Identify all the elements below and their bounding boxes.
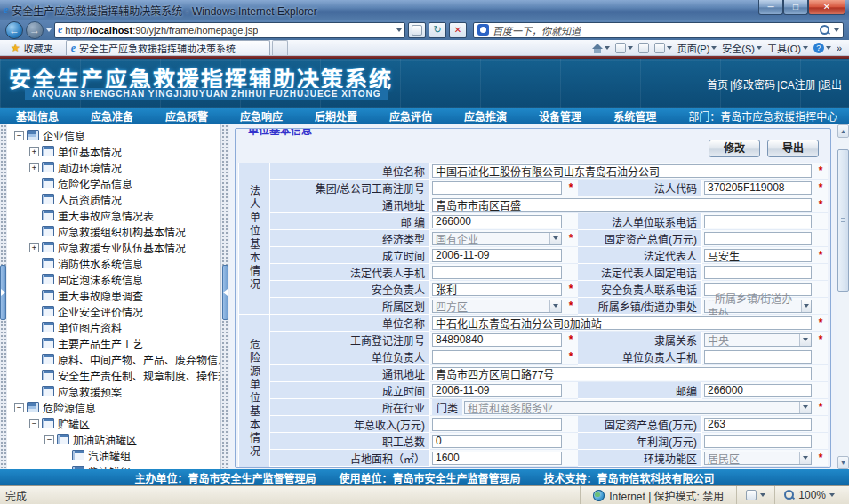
- tree-item[interactable]: 企业安全评价情况: [7, 303, 220, 319]
- minimize-button[interactable]: ─: [758, 0, 783, 15]
- menu-item-应急预警[interactable]: 应急预警: [149, 108, 224, 124]
- privacy-button[interactable]: [736, 486, 774, 504]
- tree-item[interactable]: −危险源信息: [7, 399, 220, 415]
- text-input[interactable]: [432, 181, 562, 195]
- select-input[interactable]: 四方区: [432, 300, 562, 313]
- tree-item[interactable]: 主要产品生产工艺: [7, 335, 220, 351]
- select-input[interactable]: 租赁和商务服务业: [464, 401, 812, 414]
- select-arrow-icon[interactable]: [799, 452, 811, 464]
- text-input[interactable]: [704, 266, 812, 279]
- text-input[interactable]: [432, 418, 562, 431]
- text-input[interactable]: [704, 384, 812, 397]
- menu-item-后期处置[interactable]: 后期处置: [299, 108, 373, 124]
- sidebar-splitter[interactable]: [220, 124, 229, 469]
- print-button[interactable]: [654, 43, 672, 53]
- text-input[interactable]: [432, 215, 562, 228]
- top-link[interactable]: |修改密码: [730, 79, 775, 92]
- scroll-down-button[interactable]: ▼: [837, 456, 849, 469]
- tree-item[interactable]: −企业信息: [7, 127, 220, 143]
- text-input[interactable]: [704, 232, 812, 245]
- tree-item[interactable]: +周边环境情况: [7, 159, 220, 175]
- tree-item[interactable]: 原料、中间产物、产品、废弃物信息: [7, 351, 220, 367]
- menu-item-设备管理[interactable]: 设备管理: [523, 108, 597, 124]
- tree-expand-toggle[interactable]: +: [29, 147, 39, 156]
- tree-item[interactable]: 重大事故隐患调查: [7, 287, 220, 303]
- tree-item[interactable]: −贮罐区: [7, 415, 220, 431]
- mail-button[interactable]: [638, 43, 649, 53]
- select-input[interactable]: 居民区: [704, 452, 812, 465]
- tab-active[interactable]: e 安全生产应急救援指挥辅助决策系统: [66, 40, 270, 55]
- history-dropdown-icon[interactable]: [46, 28, 52, 32]
- favorites-button[interactable]: ★ 收藏夹: [4, 40, 60, 55]
- tree-expand-toggle[interactable]: −: [14, 131, 24, 140]
- tree-expand-toggle[interactable]: −: [29, 419, 39, 428]
- tools-menu-button[interactable]: 工具(O): [767, 41, 808, 55]
- tree-item[interactable]: 柴油罐组: [7, 463, 220, 469]
- tree-item[interactable]: −加油站油罐区: [7, 431, 220, 447]
- select-arrow-icon[interactable]: [549, 233, 561, 244]
- safety-menu-button[interactable]: 安全(S): [722, 41, 762, 55]
- sidebar-collapse-handle-left[interactable]: [0, 265, 6, 320]
- refresh-button[interactable]: ↻: [429, 22, 446, 38]
- forward-button[interactable]: →: [26, 21, 44, 39]
- menu-item-应急推演[interactable]: 应急推演: [448, 108, 523, 124]
- select-input[interactable]: 中央: [704, 333, 812, 347]
- text-input[interactable]: [704, 418, 812, 431]
- maximize-button[interactable]: □: [783, 0, 808, 15]
- text-input[interactable]: [432, 384, 562, 397]
- text-input[interactable]: [432, 452, 562, 465]
- text-input[interactable]: [432, 333, 562, 347]
- page-menu-button[interactable]: 页面(P): [677, 41, 717, 55]
- overflow-chevron-icon[interactable]: »: [837, 43, 842, 53]
- text-input[interactable]: [432, 350, 562, 364]
- text-input[interactable]: [432, 249, 562, 262]
- tree-item[interactable]: 人员资质情况: [7, 191, 220, 207]
- close-button[interactable]: ✕: [808, 0, 845, 15]
- sidebar-collapse-handle[interactable]: [222, 265, 228, 320]
- tree-item[interactable]: 安全生产责任制、规章制度、操作规程信息: [7, 367, 220, 383]
- main-scrollbar[interactable]: ▲ ▼: [837, 124, 849, 469]
- compatibility-view-button[interactable]: [408, 22, 426, 38]
- search-input[interactable]: 百度一下，你就知道: [473, 22, 844, 38]
- feeds-button[interactable]: [615, 43, 633, 53]
- select-input[interactable]: 国有企业: [432, 232, 562, 245]
- new-tab-button[interactable]: [272, 40, 288, 55]
- text-input[interactable]: [704, 435, 812, 448]
- address-input[interactable]: e http://localhost:90/yjzh/frame/homepag…: [54, 22, 405, 38]
- select-input[interactable]: --所属乡镇/街道办事处--: [704, 300, 812, 313]
- stop-button[interactable]: ✕: [449, 22, 467, 38]
- search-dropdown-icon[interactable]: [834, 28, 839, 32]
- modify-button[interactable]: 修改: [709, 140, 760, 157]
- text-input[interactable]: [704, 249, 812, 262]
- tree-expand-toggle[interactable]: +: [29, 163, 39, 172]
- back-button[interactable]: ←: [5, 21, 23, 39]
- select-arrow-icon[interactable]: [549, 300, 561, 312]
- text-input[interactable]: [432, 316, 812, 330]
- select-arrow-icon[interactable]: [801, 300, 811, 312]
- select-arrow-icon[interactable]: [799, 334, 811, 346]
- text-input[interactable]: [432, 435, 562, 448]
- text-input[interactable]: [432, 164, 812, 178]
- address-dropdown-icon[interactable]: [396, 28, 402, 32]
- tree-item[interactable]: 消防供水系统信息: [7, 255, 220, 271]
- tree-expand-toggle[interactable]: −: [14, 403, 24, 412]
- tree-item[interactable]: 应急救援预案: [7, 383, 220, 399]
- text-input[interactable]: [704, 215, 812, 228]
- menu-item-应急响应[interactable]: 应急响应: [224, 108, 299, 124]
- tree-item[interactable]: 汽油罐组: [7, 447, 220, 463]
- tree-item[interactable]: +单位基本情况: [7, 143, 220, 159]
- tree-item[interactable]: 固定泡沫系统信息: [7, 271, 220, 287]
- tree-expand-toggle[interactable]: −: [44, 435, 54, 444]
- text-input[interactable]: [432, 367, 812, 380]
- home-button[interactable]: [592, 45, 610, 51]
- menu-item-应急准备[interactable]: 应急准备: [75, 108, 149, 124]
- tree-item[interactable]: 重大事故应急情况表: [7, 207, 220, 223]
- text-input[interactable]: [432, 266, 562, 279]
- text-input[interactable]: [704, 350, 812, 364]
- help-button[interactable]: ?: [813, 43, 831, 53]
- tree-item[interactable]: +应急救援专业队伍基本情况: [7, 239, 220, 255]
- menu-item-基础信息[interactable]: 基础信息: [0, 108, 75, 124]
- text-input[interactable]: [432, 198, 812, 212]
- export-button[interactable]: 导出: [767, 140, 819, 157]
- top-link[interactable]: |退出: [818, 79, 842, 92]
